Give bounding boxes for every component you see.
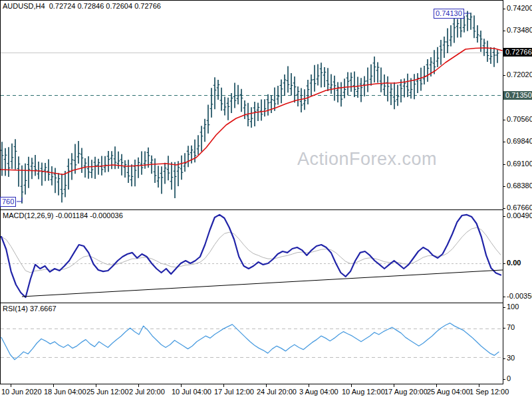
support-price-badge: 0.71350 [503, 91, 532, 100]
price-axis-label: 0.73480 [507, 26, 532, 34]
time-axis-label: 17 Jul 12:00 [214, 388, 254, 396]
chart-canvas [0, 0, 532, 399]
time-axis-label: 10 Jul 04:00 [172, 388, 211, 396]
time-axis-label: 25 Jun 12:00 [86, 388, 129, 396]
price-axis-label: 0.67660 [507, 203, 532, 211]
time-axis-label: 17 Aug 20:00 [384, 388, 428, 396]
rsi-axis-label: 100 [507, 303, 519, 311]
macd-axis-label: -0.003564 [507, 292, 532, 300]
price-axis-label: 0.69100 [507, 160, 532, 168]
rsi-axis-label: 30 [507, 354, 515, 362]
macd-axis-label: 0.004906 [507, 211, 532, 219]
time-axis-label: 24 Jul 20:00 [257, 388, 297, 396]
price-axis-label: 0.70560 [507, 115, 532, 123]
low-price-annotation: 760 [0, 197, 16, 207]
price-axis-label: 0.69840 [507, 137, 532, 145]
chart-window: ActionForex.com AUDUSD,H4 0.72724 0.7284… [0, 0, 532, 399]
price-axis-label: 0.72020 [507, 70, 532, 78]
peak-price-annotation: 0.74130 [434, 9, 464, 19]
current-price-badge: 0.72766 [503, 48, 532, 57]
time-axis-label: 2 Jul 20:00 [129, 388, 165, 396]
time-axis-label: 3 Aug 04:00 [299, 388, 338, 396]
rsi-title: RSI(14) 37.6667 [3, 305, 57, 313]
macd-title: MACD(12,26,9) -0.001184 -0.000036 [3, 211, 123, 219]
time-axis-label: 10 Jun 2020 [1, 388, 42, 396]
time-axis-label: 18 Jun 04:00 [44, 388, 86, 396]
macd-axis-label: 0.00 [507, 259, 521, 267]
price-axis-label: 0.68380 [507, 182, 532, 190]
time-axis-label: 1 Sep 12:00 [469, 388, 509, 396]
rsi-axis-label: 70 [507, 323, 515, 331]
price-axis-label: 0.74200 [507, 4, 532, 12]
symbol-ohlc-title: AUDUSD,H4 0.72724 0.72846 0.72604 0.7276… [3, 2, 161, 10]
rsi-axis-label: 0 [507, 374, 511, 382]
time-axis-label: 25 Aug 04:00 [427, 388, 470, 396]
time-axis-label: 10 Aug 12:00 [342, 388, 385, 396]
